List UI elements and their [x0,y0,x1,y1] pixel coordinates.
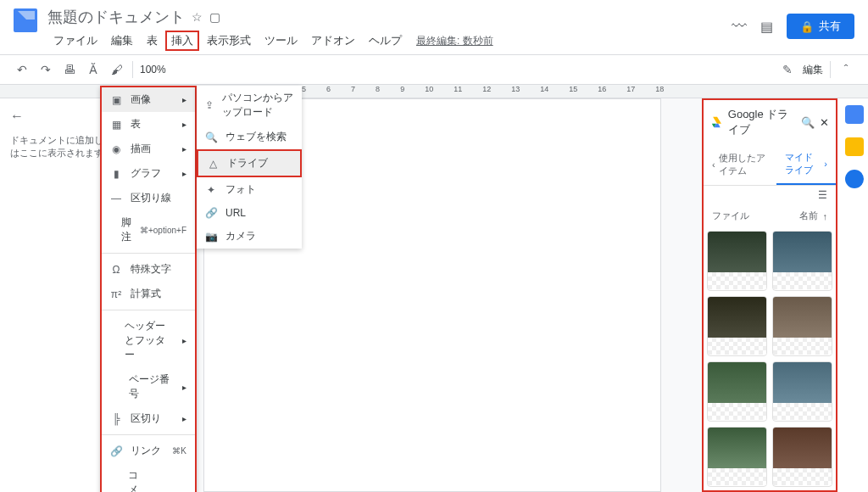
pencil-icon[interactable]: ✎ [779,61,796,78]
file-label: HOK_8... [773,289,832,291]
zoom-select[interactable]: 100% [140,64,166,75]
tab-recent[interactable]: ‹使用したアイテム [704,144,776,185]
file-thumb [708,232,766,272]
separator [102,253,195,254]
equation-icon: π² [110,288,122,300]
menu-tools[interactable]: ツール [259,31,303,51]
drive-file[interactable]: HOK_8... [772,361,832,422]
insert-chart[interactable]: ▮グラフ [102,161,195,186]
menubar: ファイル 編集 表 挿入 表示形式 ツール アドオン ヘルプ 最終編集: 数秒前 [47,31,732,51]
drive-panel: Google ドライブ 🔍 ✕ ‹使用したアイテム マイドライブ› ☰ ファイル… [702,98,837,492]
last-edit[interactable]: 最終編集: 数秒前 [416,34,493,48]
drive-logo-icon [710,115,723,130]
drive-file[interactable]: HOK_8... [707,361,767,422]
sub-camera[interactable]: 📷カメラ [197,224,302,249]
file-label: HOK_8... [773,355,832,356]
drive-file[interactable]: HOK_8... [772,231,832,291]
insert-break[interactable]: ╠区切り [102,406,195,431]
link-icon: 🔗 [110,445,122,457]
file-thumb-transparent [773,403,832,420]
image-submenu: ⇪パソコンからアップロード 🔍ウェブを検索 △ドライブ ✦フォト 🔗URL 📷カ… [197,86,302,249]
search-icon[interactable]: 🔍 [801,116,815,129]
view-toggle[interactable]: ☰ [704,186,836,204]
photos-icon: ✦ [205,184,217,196]
drive-file[interactable]: HOK_8... [707,296,767,356]
menu-insert[interactable]: 挿入 [165,31,199,51]
file-label: HOK_8... [708,289,766,291]
file-thumb [708,362,766,403]
image-icon: ▣ [110,94,122,106]
insert-special[interactable]: Ω特殊文字 [102,257,195,282]
chevron-left-icon: ‹ [712,159,715,170]
tasks-icon[interactable] [845,170,864,188]
special-char-icon: Ω [110,264,122,276]
drive-file[interactable]: HOK_8... [772,296,832,356]
insert-drawing[interactable]: ◉描画 [102,137,195,161]
chevron-up-icon[interactable]: ˆ [837,61,854,78]
star-icon[interactable]: ☆ [192,10,203,24]
activity-icon[interactable]: 〰 [732,18,747,36]
sort-file[interactable]: ファイル [712,210,749,222]
drive-file[interactable]: イベ... [707,427,767,487]
paint-format-icon[interactable]: 🖌 [108,61,125,78]
upload-icon: ⇪ [205,99,214,111]
sidebar-icons [841,98,868,492]
close-icon[interactable]: ✕ [820,116,829,129]
editing-mode[interactable]: 編集 [803,63,823,77]
lock-icon: 🔒 [800,20,814,33]
drawing-icon: ◉ [110,143,122,155]
calendar-icon[interactable] [845,105,864,124]
header: 無題のドキュメント ☆ ▢ ファイル 編集 表 挿入 表示形式 ツール アドオン… [0,0,868,54]
file-thumb [773,232,832,272]
file-thumb-transparent [773,338,832,355]
sub-photos[interactable]: ✦フォト [197,177,302,202]
insert-page-number[interactable]: ページ番号 [102,367,195,406]
sub-drive[interactable]: △ドライブ [197,149,302,177]
undo-icon[interactable]: ↶ [14,61,31,78]
hr-icon: — [110,193,122,204]
insert-dropdown: ▣画像 ▦表 ◉描画 ▮グラフ —区切り線 脚注⌘+option+F Ω特殊文字… [100,86,197,492]
insert-table[interactable]: ▦表 [102,112,195,137]
sub-url[interactable]: 🔗URL [197,202,302,224]
comments-icon[interactable]: ▤ [760,19,773,35]
chevron-right-icon: › [824,159,827,169]
break-icon: ╠ [110,413,122,425]
drive-grid[interactable]: HOK_8...HOK_8...HOK_8...HOK_8...HOK_8...… [704,227,836,490]
file-thumb-transparent [773,272,832,289]
title-area: 無題のドキュメント ☆ ▢ ファイル 編集 表 挿入 表示形式 ツール アドオン… [47,7,732,51]
insert-link[interactable]: 🔗リンク⌘K [102,439,195,463]
sort-name[interactable]: 名前↑ [799,210,828,222]
insert-hr[interactable]: —区切り線 [102,186,195,210]
menu-view[interactable]: 表 [141,31,164,51]
insert-equation[interactable]: π²計算式 [102,282,195,306]
file-thumb [773,362,832,403]
doc-title-row: 無題のドキュメント ☆ ▢ [47,7,732,27]
print-icon[interactable]: 🖶 [61,61,78,78]
insert-header-footer[interactable]: ヘッダーとフッター [102,314,195,367]
search-icon: 🔍 [205,131,217,143]
move-icon[interactable]: ▢ [209,10,220,24]
file-thumb-transparent [708,272,766,289]
keep-icon[interactable] [845,137,864,156]
share-button[interactable]: 🔒 共有 [787,14,854,39]
menu-file[interactable]: ファイル [47,31,103,51]
menu-addons[interactable]: アドオン [305,31,361,51]
insert-comment[interactable]: ▤コメント⌘+option+M [102,463,195,492]
menu-format[interactable]: 表示形式 [201,31,257,51]
drive-file[interactable]: セカン... [772,427,832,487]
arrow-up-icon: ↑ [823,211,828,221]
file-label: HOK_8... [708,420,766,422]
sub-upload[interactable]: ⇪パソコンからアップロード [197,86,302,125]
docs-logo[interactable] [14,8,37,32]
tab-mydrive[interactable]: マイドライブ› [776,144,836,185]
menu-help[interactable]: ヘルプ [363,31,408,51]
menu-edit[interactable]: 編集 [105,31,139,51]
insert-image[interactable]: ▣画像 [102,87,195,112]
doc-title[interactable]: 無題のドキュメント [47,7,185,27]
drive-file[interactable]: HOK_8... [707,231,767,291]
redo-icon[interactable]: ↷ [37,61,54,78]
drive-sort: ファイル 名前↑ [704,204,836,227]
spellcheck-icon[interactable]: Ă [85,61,102,78]
sub-search[interactable]: 🔍ウェブを検索 [197,125,302,149]
insert-footnote[interactable]: 脚注⌘+option+F [102,210,195,249]
